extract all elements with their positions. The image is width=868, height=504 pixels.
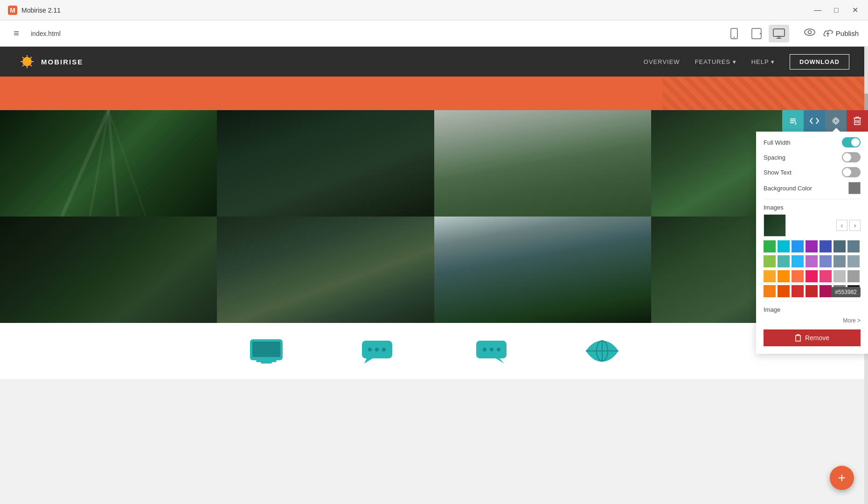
color-swatch[interactable] — [806, 285, 818, 297]
bottom-icons-section — [0, 323, 868, 379]
filename-label: index.html — [31, 30, 61, 37]
color-swatch[interactable] — [792, 255, 804, 267]
svg-rect-34 — [252, 342, 280, 357]
color-swatch[interactable] — [778, 285, 790, 297]
svg-point-11 — [808, 31, 811, 34]
globe-icon — [583, 338, 621, 364]
full-width-label: Full Width — [764, 139, 791, 146]
images-section: Images ‹ › — [764, 203, 861, 237]
color-swatch[interactable] — [833, 255, 846, 267]
nav-link-features[interactable]: FEATURES ▾ — [695, 58, 736, 65]
maximize-button[interactable]: □ — [831, 5, 842, 16]
svg-point-5 — [760, 33, 761, 34]
sort-button[interactable] — [782, 110, 804, 132]
app-logo: M Mobirise 2.11 — [7, 5, 61, 15]
hex-value: #553982 — [835, 289, 857, 295]
svg-point-38 — [368, 348, 372, 351]
app-logo-icon: M — [7, 5, 18, 15]
color-palette-row1 — [764, 240, 861, 252]
next-image-button[interactable]: › — [849, 220, 861, 231]
full-width-toggle[interactable] — [842, 137, 861, 147]
more-label: More > — [843, 317, 861, 324]
color-swatch[interactable] — [819, 285, 832, 297]
nav-link-download[interactable]: DOWNLOAD — [790, 54, 849, 70]
svg-marker-41 — [364, 358, 373, 364]
title-bar: M Mobirise 2.11 — □ ✕ — [0, 0, 868, 21]
site-nav-links: OVERVIEW FEATURES ▾ HELP ▾ DOWNLOAD — [644, 54, 849, 70]
nav-link-overview[interactable]: OVERVIEW — [644, 58, 680, 65]
svg-rect-6 — [773, 29, 785, 36]
bottom-icon-4 — [583, 337, 621, 365]
gallery-toolbar — [782, 110, 868, 132]
color-swatch[interactable] — [792, 270, 804, 282]
device-switcher — [724, 25, 789, 42]
mobile-icon — [730, 28, 738, 39]
gallery-cell-2 — [217, 110, 434, 217]
nav-link-help[interactable]: HELP ▾ — [751, 58, 775, 65]
hamburger-icon: ≡ — [14, 28, 19, 39]
svg-line-20 — [30, 57, 32, 58]
svg-line-22 — [62, 110, 109, 217]
color-swatch[interactable] — [819, 240, 832, 252]
svg-point-45 — [497, 348, 500, 351]
spacing-row: Spacing — [764, 152, 861, 162]
spacing-toggle[interactable] — [842, 152, 861, 162]
color-swatch[interactable] — [819, 255, 832, 267]
minimize-button[interactable]: — — [812, 5, 823, 16]
more-link[interactable]: More > — [764, 317, 861, 324]
color-swatch[interactable] — [764, 255, 776, 267]
mobile-device-button[interactable] — [724, 25, 744, 42]
color-swatch[interactable] — [847, 270, 860, 282]
background-color-swatch[interactable] — [848, 182, 861, 194]
color-swatch[interactable] — [819, 270, 832, 282]
publish-label: Publish — [836, 29, 859, 37]
bottom-icon-3 — [472, 337, 509, 365]
color-swatch[interactable] — [778, 255, 790, 267]
preview-button[interactable] — [804, 28, 815, 39]
publish-button[interactable]: Publish — [823, 29, 859, 38]
color-swatch[interactable] — [806, 240, 818, 252]
close-button[interactable]: ✕ — [849, 5, 861, 16]
color-swatch[interactable] — [792, 240, 804, 252]
color-swatch[interactable] — [764, 285, 776, 297]
color-swatch[interactable] — [833, 240, 846, 252]
delete-button[interactable] — [847, 110, 868, 132]
color-palette-section: #553982 — [764, 240, 861, 297]
show-text-row: Show Text — [764, 167, 861, 177]
show-text-toggle[interactable] — [842, 167, 861, 177]
divider-1 — [764, 199, 861, 199]
color-swatch[interactable] — [778, 240, 790, 252]
image-thumbnail[interactable] — [764, 214, 786, 237]
desktop-device-button[interactable] — [769, 25, 789, 42]
menu-button[interactable]: ≡ — [9, 27, 23, 41]
gallery-cell-5 — [0, 217, 217, 323]
divider-2 — [764, 301, 861, 301]
color-swatch[interactable] — [833, 270, 846, 282]
color-swatch[interactable] — [847, 255, 860, 267]
background-color-row: Background Color — [764, 182, 861, 194]
main-toolbar: ≡ index.html — [0, 21, 868, 47]
full-width-row: Full Width — [764, 137, 861, 147]
eye-icon — [804, 28, 815, 36]
prev-image-button[interactable]: ‹ — [836, 220, 847, 231]
color-swatch[interactable] — [806, 270, 818, 282]
color-swatch[interactable] — [792, 285, 804, 297]
gallery-cell-1 — [0, 110, 217, 217]
toolbar-right-actions: Publish — [804, 28, 859, 39]
bottom-icon-2 — [360, 337, 397, 365]
chat-icon-2 — [472, 338, 509, 364]
remove-button[interactable]: Remove — [764, 329, 861, 346]
background-color-label: Background Color — [764, 185, 812, 192]
color-swatch[interactable] — [764, 240, 776, 252]
add-fab-button[interactable]: + — [830, 466, 854, 490]
tablet-device-button[interactable] — [746, 25, 767, 42]
color-swatch[interactable] — [806, 255, 818, 267]
color-swatch[interactable] — [764, 270, 776, 282]
color-swatch[interactable] — [778, 270, 790, 282]
color-swatch[interactable] — [847, 240, 860, 252]
site-brand: MOBIRISE — [19, 53, 83, 70]
code-button[interactable] — [804, 110, 825, 132]
gear-icon — [831, 116, 840, 126]
svg-text:M: M — [10, 7, 15, 14]
screen-icon — [248, 338, 285, 364]
